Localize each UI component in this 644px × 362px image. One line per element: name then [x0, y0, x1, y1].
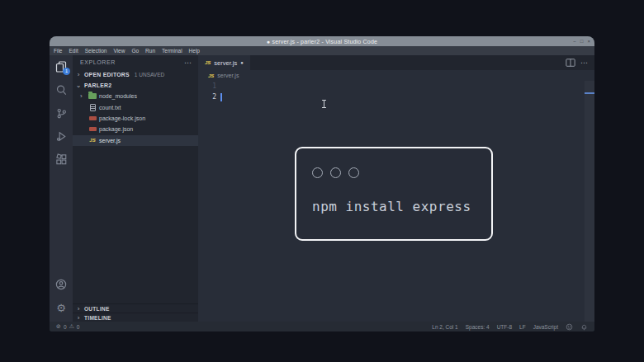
menu-go[interactable]: Go	[131, 48, 139, 54]
terminal-dot-icon	[348, 167, 359, 178]
menu-view[interactable]: View	[113, 48, 125, 54]
search-icon[interactable]	[50, 78, 73, 101]
js-icon: JS	[208, 73, 214, 78]
explorer-title: EXPLORER	[80, 59, 116, 65]
chevron-right-icon: ›	[75, 305, 82, 313]
terminal-command-text: npm install express	[312, 199, 471, 214]
error-count: 0	[64, 324, 67, 330]
menu-bar: File Edit Selection View Go Run Terminal…	[50, 46, 594, 55]
split-editor-icon[interactable]	[566, 58, 575, 68]
notifications-bell-icon[interactable]	[580, 323, 588, 331]
source-control-icon[interactable]	[50, 101, 73, 125]
terminal-command-card: npm install express	[295, 147, 493, 241]
editor-actions: ⋯	[566, 55, 594, 70]
menu-file[interactable]: File	[54, 48, 62, 54]
explorer-badge: 1	[63, 68, 70, 75]
tree-item-package-lock-json[interactable]: package-lock.json	[73, 113, 198, 124]
overview-ruler-cursor-mark	[585, 92, 594, 94]
modified-dot-icon[interactable]: ●	[240, 60, 244, 65]
menu-selection[interactable]: Selection	[85, 48, 107, 54]
unsaved-badge: 1 UNSAVED	[135, 72, 164, 78]
outline-section[interactable]: › OUTLINE	[73, 303, 198, 313]
window-title: ● server.js - parler2 - Visual Studio Co…	[267, 39, 377, 45]
indentation[interactable]: Spaces: 4	[466, 324, 490, 330]
terminal-dot-icon	[312, 167, 323, 178]
npm-folder-icon	[88, 92, 97, 101]
folder-name: PARLER2	[84, 82, 111, 88]
warning-icon: ⚠	[69, 323, 74, 330]
terminal-window-dots	[312, 167, 359, 178]
tree-item-count-txt[interactable]: count.txt	[73, 101, 198, 112]
chevron-right-icon: ›	[75, 314, 82, 322]
tree-item-node-modules[interactable]: › node_modules	[73, 91, 198, 101]
terminal-dot-icon	[330, 167, 341, 178]
error-icon: ⊘	[56, 323, 61, 330]
problems-indicator[interactable]: ⊘ 0 ⚠ 0	[56, 323, 79, 330]
status-bar: ⊘ 0 ⚠ 0 Ln 2, Col 1 Spaces: 4 UTF-8 LF J…	[50, 322, 594, 331]
accounts-icon[interactable]	[50, 273, 73, 296]
maximize-button[interactable]: □	[580, 39, 584, 44]
run-debug-icon[interactable]	[50, 125, 73, 148]
editor-scrollbar[interactable]	[585, 81, 594, 322]
more-actions-icon[interactable]: ⋯	[580, 60, 588, 65]
folder-section[interactable]: ⌄ PARLER2	[73, 80, 198, 91]
tab-server-js[interactable]: JS server.js ●	[198, 55, 250, 70]
npm-icon	[88, 125, 97, 134]
explorer-sidebar: EXPLORER ⋯ › OPEN EDITORS 1 UNSAVED ⌄ PA…	[73, 55, 198, 322]
window-controls: − □ ×	[573, 36, 590, 46]
breadcrumb[interactable]: JS server.js	[198, 70, 594, 81]
line-number: 1	[198, 82, 216, 90]
file-tree: › node_modules count.txt package-lock.js…	[73, 91, 198, 146]
open-editors-section[interactable]: › OPEN EDITORS 1 UNSAVED	[73, 69, 198, 80]
tab-bar: JS server.js ● ⋯	[198, 55, 594, 70]
encoding[interactable]: UTF-8	[497, 324, 512, 330]
code-line-1: 1	[198, 81, 594, 92]
menu-help[interactable]: Help	[189, 48, 200, 54]
extensions-icon[interactable]	[50, 148, 73, 171]
code-line-2: 2	[198, 92, 594, 102]
minimize-button[interactable]: −	[573, 39, 576, 44]
js-icon: JS	[205, 60, 211, 65]
close-button[interactable]: ×	[587, 39, 590, 44]
explorer-more-actions-icon[interactable]: ⋯	[184, 59, 192, 66]
activity-bar: 1	[50, 55, 73, 322]
chevron-down-icon: ⌄	[75, 82, 82, 89]
cursor-position[interactable]: Ln 2, Col 1	[432, 324, 457, 330]
text-cursor	[220, 93, 222, 101]
window-titlebar[interactable]: ● server.js - parler2 - Visual Studio Co…	[50, 36, 594, 46]
feedback-smiley-icon[interactable]	[566, 323, 573, 331]
language-mode[interactable]: JavaScript	[533, 324, 558, 330]
menu-run[interactable]: Run	[145, 48, 155, 54]
js-icon: JS	[88, 136, 97, 144]
timeline-section[interactable]: › TIMELINE	[73, 313, 198, 322]
explorer-header: EXPLORER ⋯	[73, 55, 198, 69]
settings-gear-icon[interactable]: ⚙	[50, 296, 73, 319]
chevron-right-icon: ›	[80, 92, 88, 100]
warning-count: 0	[77, 324, 80, 330]
tree-item-package-json[interactable]: package.json	[73, 124, 198, 134]
mouse-ibeam-cursor	[322, 100, 326, 108]
explorer-icon[interactable]: 1	[50, 55, 73, 78]
menu-edit[interactable]: Edit	[69, 48, 78, 54]
text-file-icon	[88, 103, 97, 111]
chevron-right-icon: ›	[75, 71, 82, 78]
npm-icon	[88, 114, 97, 122]
eol-mode[interactable]: LF	[519, 324, 526, 330]
menu-terminal[interactable]: Terminal	[162, 48, 182, 54]
line-number: 2	[198, 93, 216, 101]
tree-item-server-js[interactable]: JS server.js	[73, 135, 198, 146]
